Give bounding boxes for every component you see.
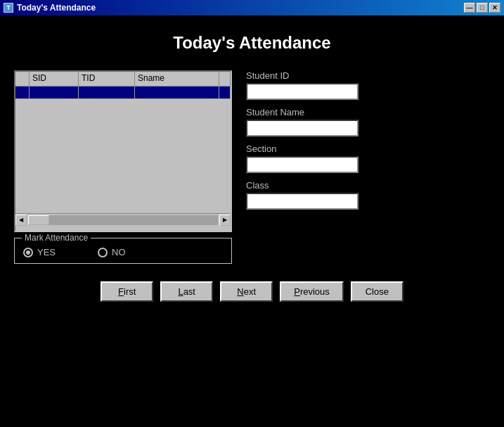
col-header-sid: SID [30,72,79,86]
student-id-label: Student ID [246,70,490,81]
col-header-tid: TID [79,72,135,86]
close-window-button[interactable]: ✕ [489,3,500,13]
title-bar: T Today's Attendance — □ ✕ [0,0,504,15]
first-button[interactable]: First [101,281,153,302]
student-name-label: Student Name [246,107,490,117]
student-name-input[interactable] [246,120,358,136]
class-input[interactable] [246,193,358,210]
scroll-left-button[interactable]: ◀ [15,215,27,226]
radio-no-label: NO [112,247,126,257]
student-id-group: Student ID [246,70,490,100]
close-button[interactable]: Close [351,281,403,302]
section-group: Section [246,144,490,173]
app-icon: T [4,3,13,13]
cell-sname [135,87,219,98]
section-input[interactable] [246,156,358,173]
cell-rownum [15,87,30,98]
table-container: SID TID Sname ◀ [14,70,232,264]
title-bar-left: T Today's Attendance [4,3,96,13]
data-table[interactable]: SID TID Sname ◀ [14,70,232,232]
table-header: SID TID Sname [15,72,231,87]
student-id-input[interactable] [246,83,358,100]
last-button[interactable]: Last [160,281,213,302]
radio-yes-label: YES [37,247,56,257]
table-body[interactable] [15,87,231,213]
cell-sid [30,87,79,98]
scroll-track[interactable] [28,215,218,225]
previous-button[interactable]: Previous [280,281,344,302]
scroll-right-button[interactable]: ▶ [219,215,231,226]
scroll-thumb[interactable] [28,215,49,225]
attendance-legend: Mark Attendance [22,233,91,243]
class-label: Class [246,180,490,191]
radio-yes[interactable]: YES [23,247,56,257]
class-group: Class [246,180,490,210]
button-bar: First Last Next Previous Close [14,281,490,302]
page-title: Today's Attendance [14,33,490,53]
radio-group: YES NO [23,247,223,257]
col-header-extra [219,72,231,86]
col-header-rownum [15,72,30,86]
attendance-box: Mark Attendance YES NO [14,238,232,264]
student-name-group: Student Name [246,107,490,136]
radio-no[interactable]: NO [98,247,126,257]
cell-extra [219,87,231,98]
col-header-sname: Sname [135,72,219,86]
minimize-button[interactable]: — [464,3,475,13]
section-label: Section [246,144,490,154]
main-window: Today's Attendance SID TID Sname [0,15,504,427]
radio-no-button[interactable] [98,248,108,257]
table-row[interactable] [15,87,231,99]
title-bar-controls: — □ ✕ [464,3,500,13]
cell-tid [79,87,135,98]
content-area: SID TID Sname ◀ [14,70,490,264]
next-button[interactable]: Next [220,281,273,302]
maximize-button[interactable]: □ [477,3,488,13]
radio-yes-button[interactable] [23,248,33,257]
form-fields: Student ID Student Name Section Class [246,70,490,210]
title-bar-text: Today's Attendance [17,3,96,13]
horizontal-scrollbar[interactable]: ◀ ▶ [15,213,231,226]
